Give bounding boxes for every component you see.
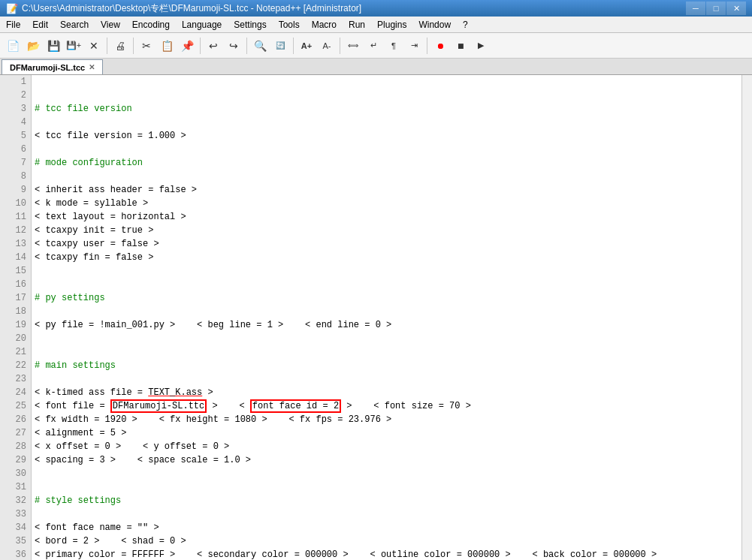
line-num-5: 5 [0,129,31,143]
line-num-31: 31 [0,480,31,494]
code-line-27: < spacing = 3 > < space scale = 1.0 > [35,453,738,467]
code-line-30: # style settings [35,494,738,507]
line-num-13: 13 [0,237,31,251]
code-line-20: # main settings [35,359,738,372]
code-line-12: < tcaxpy fin = false > [35,251,738,264]
indent-button[interactable]: ⇥ [404,36,424,56]
menu-macro[interactable]: Macro [306,17,343,32]
menu-edit[interactable]: Edit [26,17,54,32]
menu-run[interactable]: Run [343,17,371,32]
code-line-21 [35,372,738,386]
menu-tools[interactable]: Tools [273,17,306,32]
macro-record-button[interactable]: ⏺ [430,36,450,56]
line-num-18: 18 [0,305,31,318]
code-line-29 [35,480,738,494]
code-line-5: # mode configuration [35,156,738,170]
editor: 1234567891011121314151617181920212223242… [0,75,752,560]
line-num-36: 36 [0,548,31,560]
line-num-17: 17 [0,291,31,305]
code-line-10: < tcaxpy init = true > [35,224,738,237]
title-bar-controls: ─ □ ✕ [686,2,746,15]
title-bar-icon: 📝 [6,3,18,14]
vertical-scrollbar[interactable] [741,75,752,560]
code-line-13 [35,264,738,278]
code-line-24: < fx width = 1920 > < fx height = 1080 >… [35,413,738,426]
line-num-29: 29 [0,453,31,467]
sep4 [246,38,247,54]
line-num-34: 34 [0,521,31,534]
code-line-9: < text layout = horizontal > [35,210,738,224]
code-line-3: < tcc file version = 1.000 > [35,129,738,143]
line-num-14: 14 [0,251,31,264]
macro-stop-button[interactable]: ⏹ [451,36,470,56]
open-button[interactable]: 📂 [23,36,43,56]
code-area[interactable]: # tcc file version< tcc file version = 1… [32,75,741,560]
sep3 [200,38,201,54]
line-num-12: 12 [0,224,31,237]
line-num-19: 19 [0,318,31,332]
line-num-10: 10 [0,197,31,210]
new-button[interactable]: 📄 [3,36,23,56]
code-line-32: < font face name = "" > [35,521,738,534]
code-line-22: < k-timed ass file = TEXT_K.ass > [35,386,738,399]
find-button[interactable]: 🔍 [250,36,270,56]
code-line-28 [35,467,738,480]
line-num-24: 24 [0,386,31,399]
line-num-27: 27 [0,426,31,440]
print-button[interactable]: 🖨 [110,36,130,56]
menu-file[interactable]: File [0,17,26,32]
find-replace-button[interactable]: 🔄 [270,36,290,56]
title-bar: 📝 C:\Users\Administrator\Desktop\专栏\DFMa… [0,0,752,17]
sep5 [293,38,294,54]
line-num-9: 9 [0,183,31,197]
close-button[interactable]: ✕ [726,2,746,15]
active-tab[interactable]: DFMarumoji-SL.tcc ✕ [2,59,103,74]
code-line-23: < font file = DFMarumoji-SL.ttc > < font… [35,399,738,413]
menu-language[interactable]: Language [176,17,228,32]
code-line-15: # py settings [35,291,738,305]
sync-scroll-button[interactable]: ⟺ [343,36,363,56]
code-line-34: < primary color = FFFFFF > < secondary c… [35,548,738,560]
menu-encoding[interactable]: Encoding [126,17,176,32]
maximize-button[interactable]: □ [706,2,726,15]
all-chars-button[interactable]: ¶ [384,36,403,56]
close-doc-button[interactable]: ✕ [84,36,104,56]
menu-help[interactable]: ? [457,17,474,32]
menu-view[interactable]: View [95,17,126,32]
menu-bar: File Edit Search View Encoding Language … [0,17,752,33]
menu-window[interactable]: Window [412,17,457,32]
code-line-25: < alignment = 5 > [35,426,738,440]
cut-button[interactable]: ✂ [137,36,156,56]
code-line-6 [35,170,738,183]
sep6 [340,38,340,54]
word-wrap-button[interactable]: ↵ [364,36,383,56]
code-line-8: < k mode = syllable > [35,197,738,210]
minimize-button[interactable]: ─ [686,2,705,15]
line-num-6: 6 [0,143,31,156]
line-num-28: 28 [0,440,31,453]
code-line-11: < tcaxpy user = false > [35,237,738,251]
line-num-7: 7 [0,156,31,170]
code-line-1: # tcc file version [35,102,738,116]
line-num-32: 32 [0,494,31,507]
menu-settings[interactable]: Settings [228,17,272,32]
save-all-button[interactable]: 💾+ [64,36,83,56]
sep7 [427,38,427,54]
line-numbers: 1234567891011121314151617181920212223242… [0,75,32,560]
code-line-26: < x offset = 0 > < y offset = 0 > [35,440,738,453]
tab-close-icon[interactable]: ✕ [89,63,95,71]
undo-button[interactable]: ↩ [204,36,223,56]
line-num-20: 20 [0,332,31,345]
tab-bar: DFMarumoji-SL.tcc ✕ [0,59,752,75]
paste-button[interactable]: 📌 [177,36,197,56]
macro-play-button[interactable]: ▶ [471,36,491,56]
menu-plugins[interactable]: Plugins [371,17,412,32]
toolbar: 📄 📂 💾 💾+ ✕ 🖨 ✂ 📋 📌 ↩ ↪ 🔍 🔄 A+ A- ⟺ ↵ ¶ ⇥… [0,33,752,59]
menu-search[interactable]: Search [54,17,95,32]
save-button[interactable]: 💾 [44,36,63,56]
copy-button[interactable]: 📋 [157,36,177,56]
redo-button[interactable]: ↪ [224,36,243,56]
line-num-8: 8 [0,170,31,183]
zoom-out-button[interactable]: A- [317,36,337,56]
zoom-in-button[interactable]: A+ [297,36,316,56]
